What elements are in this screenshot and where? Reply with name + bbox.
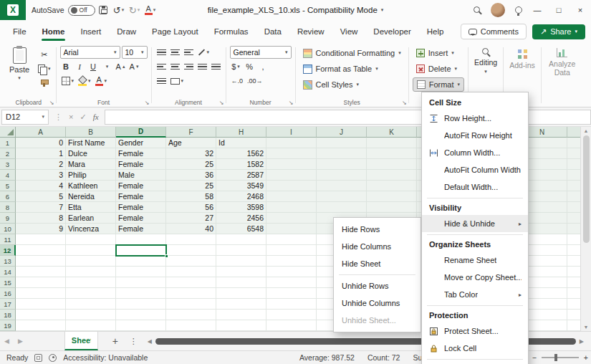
confirm-entry-icon[interactable]: ✓ <box>80 112 86 122</box>
align-middle-button[interactable] <box>169 46 181 59</box>
cell-h9[interactable]: 2456 <box>216 213 266 224</box>
cell-o5[interactable] <box>567 181 580 191</box>
alignment-dialog-launcher[interactable]: ↘ <box>219 100 224 106</box>
cell-h8[interactable]: 3598 <box>216 202 266 213</box>
cell-j6[interactable] <box>317 191 367 202</box>
cell-o19[interactable] <box>567 320 580 331</box>
quick-font-color-button[interactable]: A▾ <box>143 1 158 19</box>
cell-i8[interactable] <box>266 202 317 213</box>
cell-i6[interactable] <box>266 191 317 202</box>
cell-f3[interactable]: 25 <box>166 159 216 170</box>
cell-o1[interactable] <box>567 138 580 148</box>
column-header-b[interactable]: B <box>66 127 116 138</box>
cell-b16[interactable] <box>66 288 116 299</box>
scroll-left-icon[interactable]: ◀ <box>148 338 152 345</box>
underline-button[interactable]: U <box>87 60 100 73</box>
row-header-19[interactable]: 19 <box>0 320 16 331</box>
cell-k2[interactable] <box>367 148 417 159</box>
column-header-f[interactable]: F <box>166 127 216 138</box>
align-bottom-button[interactable] <box>183 46 195 59</box>
cell-a15[interactable] <box>16 277 66 288</box>
cell-d1[interactable]: Gender <box>116 138 166 148</box>
menu-item-hide-unhide[interactable]: Hide & Unhide▸ <box>422 215 528 232</box>
cell-o9[interactable] <box>567 213 580 224</box>
cell-d8[interactable]: Female <box>116 202 166 213</box>
comments-button[interactable]: Comments <box>461 24 527 39</box>
vertical-scrollbar[interactable]: ▲ ▼ <box>580 127 591 331</box>
row-header-2[interactable]: 2 <box>0 148 16 159</box>
cell-b12[interactable] <box>66 245 116 256</box>
cell-h6[interactable]: 2468 <box>216 191 266 202</box>
cell-i18[interactable] <box>266 310 317 320</box>
underline-options-button[interactable]: ▾ <box>101 60 113 73</box>
cell-i3[interactable] <box>266 159 317 170</box>
column-header-h[interactable]: H <box>216 127 266 138</box>
row-header-11[interactable]: 11 <box>0 234 16 245</box>
fill-color-button[interactable]: ▾ <box>77 75 92 87</box>
insert-cells-button[interactable]: Insert▾ <box>413 46 464 60</box>
cell-i19[interactable] <box>266 320 317 331</box>
row-header-12[interactable]: 12 <box>0 245 16 256</box>
merge-center-button[interactable]: ▾ <box>169 75 186 87</box>
cell-a1[interactable]: 0 <box>16 138 66 148</box>
number-format-combo[interactable]: General▾ <box>230 46 292 59</box>
user-avatar[interactable] <box>491 3 505 17</box>
column-header-j[interactable]: J <box>317 127 367 138</box>
cell-a8[interactable]: 7 <box>16 202 66 213</box>
cell-f6[interactable]: 58 <box>166 191 216 202</box>
tab-file[interactable]: File <box>6 22 34 42</box>
styles-dialog-launcher[interactable]: ↘ <box>402 100 407 106</box>
font-dialog-launcher[interactable]: ↘ <box>145 100 150 106</box>
new-sheet-button[interactable]: + <box>108 335 122 347</box>
menu-item-rename-sheet[interactable]: Rename Sheet <box>422 252 528 269</box>
decrease-font-button[interactable]: A▾ <box>128 60 140 73</box>
share-button[interactable]: ↗Share▾ <box>532 24 585 39</box>
cell-o12[interactable] <box>567 245 580 256</box>
cell-d9[interactable]: Female <box>116 213 166 224</box>
cell-styles-button[interactable]: Cell Styles▾ <box>299 77 405 92</box>
cell-h12[interactable] <box>216 245 266 256</box>
cell-o16[interactable] <box>567 288 580 299</box>
bold-button[interactable]: B <box>60 60 72 73</box>
cell-h3[interactable]: 1582 <box>216 159 266 170</box>
cell-f1[interactable]: Age <box>166 138 216 148</box>
menu-item-tab-color[interactable]: Tab Color▸ <box>422 286 528 303</box>
menu-item-default-width[interactable]: Default Width... <box>422 178 528 196</box>
column-header-o[interactable]: O <box>567 127 580 138</box>
row-header-18[interactable]: 18 <box>0 310 16 320</box>
row-header-9[interactable]: 9 <box>0 213 16 224</box>
cell-d18[interactable] <box>116 310 166 320</box>
row-header-3[interactable]: 3 <box>0 159 16 170</box>
accounting-format-button[interactable]: $▾ <box>230 60 242 73</box>
ideas-button[interactable] <box>511 1 527 19</box>
submenu-item-unhide-sheet[interactable]: Unhide Sheet... <box>334 312 421 329</box>
submenu-item-hide-rows[interactable]: Hide Rows <box>334 221 421 238</box>
cell-j2[interactable] <box>317 148 367 159</box>
cell-d14[interactable] <box>116 267 166 277</box>
vertical-scroll-thumb[interactable] <box>583 135 590 243</box>
cell-d5[interactable]: Female <box>116 181 166 191</box>
font-color-button[interactable]: A▾ <box>94 75 109 87</box>
zoom-out-icon[interactable]: − <box>532 353 537 362</box>
tab-help[interactable]: Help <box>420 22 451 42</box>
cell-a3[interactable]: 2 <box>16 159 66 170</box>
column-header-i[interactable]: I <box>266 127 317 138</box>
align-left-button[interactable] <box>155 60 168 73</box>
cell-o8[interactable] <box>567 202 580 213</box>
cell-f14[interactable] <box>166 267 216 277</box>
cell-f10[interactable]: 40 <box>166 224 216 234</box>
save-button[interactable] <box>95 1 111 19</box>
row-header-1[interactable]: 1 <box>0 138 16 148</box>
zoom-slider-thumb[interactable] <box>554 354 557 361</box>
cell-j1[interactable] <box>317 138 367 148</box>
zoom-slider[interactable] <box>542 357 579 358</box>
row-header-15[interactable]: 15 <box>0 277 16 288</box>
cell-d4[interactable]: Male <box>116 170 166 181</box>
scroll-up-icon[interactable]: ▲ <box>584 128 589 133</box>
cell-d2[interactable]: Female <box>116 148 166 159</box>
cell-i15[interactable] <box>266 277 317 288</box>
cell-b3[interactable]: Mara <box>66 159 116 170</box>
tab-insert[interactable]: Insert <box>73 22 108 42</box>
undo-button[interactable]: ↺▾ <box>111 1 127 19</box>
cell-f8[interactable]: 56 <box>166 202 216 213</box>
